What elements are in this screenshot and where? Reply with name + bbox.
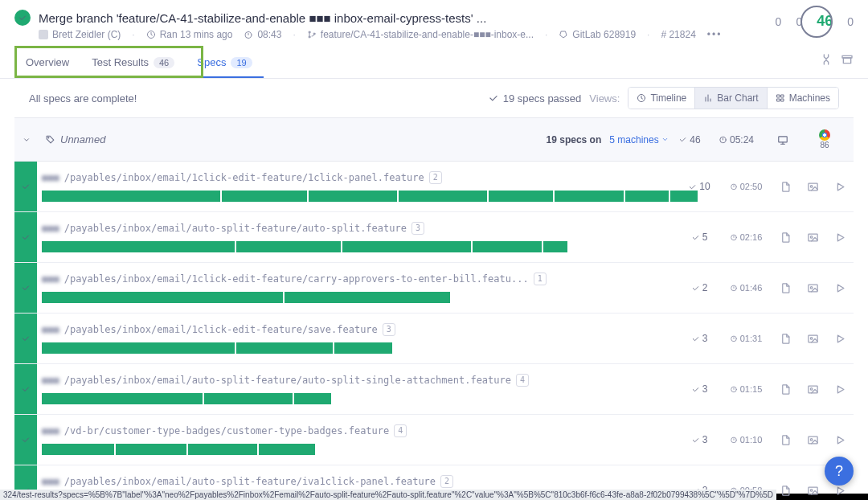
- svg-marker-56: [837, 436, 844, 444]
- view-bar-chart[interactable]: Bar Chart: [695, 88, 767, 109]
- spec-screenshots-icon[interactable]: [799, 415, 826, 465]
- svg-marker-46: [837, 335, 844, 342]
- spec-output-icon[interactable]: [772, 263, 799, 313]
- status-url: 324/test-results?specs=%5B%7B"label"%3A"…: [0, 490, 776, 500]
- spec-path[interactable]: ■■■/payables/inbox/email/1click-edit-fea…: [42, 273, 670, 285]
- group-specs-summary: 19 specs on 5 machines: [547, 134, 669, 145]
- group-passed: 46: [669, 134, 710, 145]
- spec-screenshots-icon[interactable]: [799, 263, 826, 313]
- spec-row[interactable]: ■■■/payables/inbox/email/auto-split-feat…: [14, 212, 854, 263]
- author[interactable]: Brett Zeidler (C): [39, 29, 121, 40]
- spec-path[interactable]: ■■■/payables/inbox/email/auto-split-feat…: [42, 222, 670, 235]
- spec-retry-badge: 3: [383, 323, 395, 336]
- tab-overview[interactable]: Overview: [14, 48, 80, 78]
- spec-play-icon[interactable]: [826, 162, 854, 211]
- spec-path[interactable]: ■■■/payables/inbox/email/1click-edit-fea…: [42, 171, 670, 184]
- spec-play-icon[interactable]: [826, 314, 854, 363]
- help-button[interactable]: ?: [825, 457, 854, 486]
- spec-retry-badge: 2: [429, 171, 442, 184]
- spec-output-icon[interactable]: [772, 162, 799, 211]
- spec-play-icon[interactable]: [826, 212, 854, 262]
- spec-duration: 01:15: [720, 364, 772, 414]
- spec-screenshots-icon[interactable]: [799, 162, 826, 211]
- view-switcher: Timeline Bar Chart Machines: [628, 87, 839, 109]
- svg-marker-51: [837, 386, 844, 393]
- run-status-icon: [14, 10, 31, 26]
- spec-row[interactable]: ■■■/vd-br/customer-type-badges/customer-…: [14, 415, 854, 465]
- spec-row[interactable]: ■■■/payables/inbox/email/1click-edit-fea…: [14, 314, 854, 364]
- group-duration: 05:24: [710, 134, 762, 145]
- spec-path[interactable]: ■■■/payables/inbox/email/1click-edit-fea…: [42, 323, 670, 336]
- avatar-icon: [39, 30, 48, 39]
- spec-retry-badge: 1: [534, 273, 547, 285]
- svg-rect-20: [781, 99, 784, 101]
- flaky-icon[interactable]: [820, 53, 833, 66]
- chrome-icon: [819, 129, 830, 141]
- spec-path[interactable]: ■■■/payables/inbox/email/auto-split-feat…: [42, 374, 670, 387]
- svg-marker-41: [837, 285, 844, 292]
- svg-point-60: [810, 489, 813, 491]
- spec-row[interactable]: ■■■/payables/inbox/email/1click-edit-fea…: [14, 263, 854, 314]
- spec-passed: 10: [678, 162, 720, 211]
- svg-marker-61: [837, 487, 844, 494]
- spec-status-icon: [14, 314, 37, 363]
- spec-retry-badge: 2: [440, 475, 453, 488]
- view-machines[interactable]: Machines: [768, 88, 838, 109]
- banner-message: All specs are complete!: [29, 92, 137, 105]
- svg-rect-19: [777, 99, 780, 101]
- spec-output-icon[interactable]: [772, 212, 799, 262]
- svg-point-21: [48, 137, 49, 138]
- svg-point-45: [810, 337, 813, 339]
- svg-point-30: [810, 185, 813, 187]
- spec-status-icon: [14, 263, 37, 313]
- tab-test-results[interactable]: Test Results46: [80, 48, 186, 78]
- duration: 08:43: [244, 29, 281, 40]
- spec-play-icon[interactable]: [826, 263, 854, 313]
- run-meta: Brett Zeidler (C) · Ran 13 mins ago 08:4…: [39, 29, 854, 40]
- chevron-down-icon[interactable]: [23, 136, 31, 144]
- spec-duration: 02:50: [720, 162, 772, 211]
- stat-passed: 46: [813, 13, 833, 30]
- spec-output-icon[interactable]: [772, 415, 799, 465]
- spec-row[interactable]: ■■■/payables/inbox/email/auto-split-feat…: [14, 364, 854, 415]
- spec-path[interactable]: ■■■/vd-br/customer-type-badges/customer-…: [42, 424, 670, 437]
- view-timeline[interactable]: Timeline: [628, 88, 695, 109]
- spec-passed: 2: [678, 263, 720, 313]
- spec-retry-badge: 3: [411, 222, 424, 235]
- spec-play-icon[interactable]: [826, 364, 854, 414]
- spec-status-icon: [14, 212, 37, 262]
- spec-output-icon[interactable]: [772, 314, 799, 363]
- svg-point-35: [810, 236, 813, 238]
- specs-passed: 19 specs passed: [488, 92, 582, 105]
- spec-screenshots-icon[interactable]: [799, 364, 826, 414]
- spec-bar-chart[interactable]: [42, 292, 452, 303]
- svg-marker-36: [837, 234, 844, 241]
- spec-bar-chart[interactable]: [42, 393, 331, 404]
- spec-duration: 01:31: [720, 314, 772, 363]
- machines-link[interactable]: 5 machines: [609, 134, 669, 145]
- spec-path[interactable]: ■■■/payables/inbox/email/auto-split-feat…: [42, 475, 670, 488]
- archive-icon[interactable]: [841, 53, 854, 66]
- spec-output-icon[interactable]: [772, 364, 799, 414]
- spec-bar-chart[interactable]: [42, 191, 693, 202]
- svg-point-40: [810, 286, 813, 289]
- commit[interactable]: # 21824: [661, 29, 695, 40]
- spec-screenshots-icon[interactable]: [799, 212, 826, 262]
- svg-point-50: [810, 387, 813, 390]
- spec-bar-chart[interactable]: [42, 241, 564, 252]
- spec-passed: 3: [678, 314, 720, 363]
- spec-duration: 01:10: [720, 415, 772, 465]
- branch[interactable]: feature/CA-41-stabilize-and-enable-■■■-i…: [307, 29, 534, 40]
- spec-bar-chart[interactable]: [42, 444, 313, 455]
- svg-rect-12: [843, 58, 850, 64]
- group-browser: 86: [804, 129, 845, 150]
- tab-specs[interactable]: Specs19: [186, 48, 263, 78]
- more-actions[interactable]: •••: [707, 29, 723, 40]
- group-name[interactable]: Unnamed: [45, 133, 105, 145]
- spec-row[interactable]: ■■■/payables/inbox/email/1click-edit-fea…: [14, 162, 854, 212]
- stat-muted: 0: [792, 15, 802, 28]
- spec-bar-chart[interactable]: [42, 342, 392, 354]
- spec-screenshots-icon[interactable]: [799, 465, 826, 500]
- spec-screenshots-icon[interactable]: [799, 314, 826, 363]
- project[interactable]: GitLab 628919: [559, 29, 636, 40]
